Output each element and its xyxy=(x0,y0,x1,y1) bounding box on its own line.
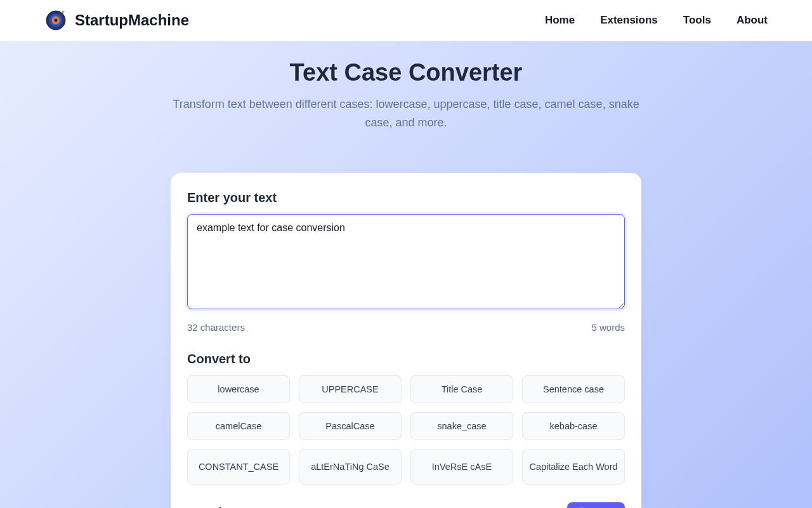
text-stats: 32 characters 5 words xyxy=(187,322,625,333)
header-brand[interactable]: StartupMachine xyxy=(44,9,189,32)
btn-uppercase[interactable]: UPPERCASE xyxy=(299,375,402,403)
logo-icon xyxy=(44,9,67,32)
copy-button[interactable]: Copy xyxy=(567,502,625,508)
btn-title-case[interactable]: Title Case xyxy=(410,375,513,403)
input-heading: Enter your text xyxy=(187,190,625,205)
main-nav: Home Extensions Tools About xyxy=(545,14,768,27)
hero-section: Text Case Converter Transform text betwe… xyxy=(0,41,812,508)
app-header: StartupMachine Home Extensions Tools Abo… xyxy=(0,0,812,41)
btn-kebab-case[interactable]: kebab-case xyxy=(522,412,625,440)
btn-lowercase[interactable]: lowercase xyxy=(187,375,290,403)
nav-about[interactable]: About xyxy=(737,14,768,27)
nav-extensions[interactable]: Extensions xyxy=(600,14,658,27)
nav-home[interactable]: Home xyxy=(545,14,575,27)
word-count: 5 words xyxy=(591,322,625,333)
btn-inverse-case[interactable]: InVeRsE cAsE xyxy=(410,449,513,485)
result-row: Result Copy xyxy=(187,502,625,508)
nav-tools[interactable]: Tools xyxy=(683,14,711,27)
brand-name: StartupMachine xyxy=(75,11,189,29)
svg-point-2 xyxy=(55,19,58,22)
text-input[interactable] xyxy=(187,214,625,309)
case-button-grid: lowercase UPPERCASE Title Case Sentence … xyxy=(187,375,625,485)
char-count: 32 characters xyxy=(187,322,245,333)
btn-snake-case[interactable]: snake_case xyxy=(410,412,513,440)
btn-capitalize-each-word[interactable]: Capitalize Each Word xyxy=(522,449,625,485)
page-subtitle: Transform text between different cases: … xyxy=(171,95,641,132)
page-title: Text Case Converter xyxy=(0,59,812,86)
btn-camelcase[interactable]: camelCase xyxy=(187,412,290,440)
btn-alternating-case[interactable]: aLtErNaTiNg CaSe xyxy=(299,449,402,485)
convert-heading: Convert to xyxy=(187,352,625,366)
btn-constant-case[interactable]: CONSTANT_CASE xyxy=(187,449,290,485)
btn-pascalcase[interactable]: PascalCase xyxy=(299,412,402,440)
btn-sentence-case[interactable]: Sentence case xyxy=(522,375,625,403)
converter-card: Enter your text 32 characters 5 words Co… xyxy=(171,173,641,508)
result-heading: Result xyxy=(187,505,226,508)
